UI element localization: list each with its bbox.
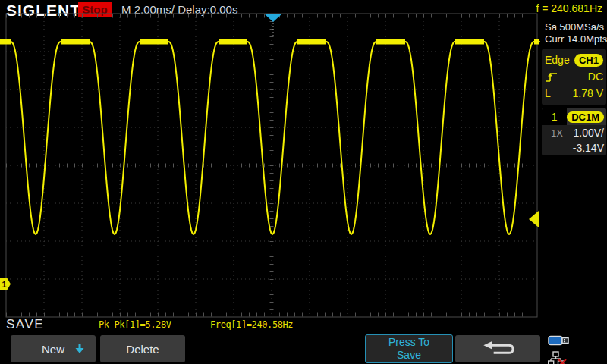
waveform-display: 1: [0, 0, 541, 338]
probe-attenuation-label: 1X: [551, 127, 563, 139]
lan-disconnected-icon: [548, 351, 572, 364]
menu-title: SAVE: [6, 317, 44, 332]
trigger-level-value: 1.78 V: [573, 87, 603, 99]
memory-depth-readout: Curr 14.0Mpts: [541, 33, 607, 46]
channel1-info-box[interactable]: 1 DC1M 1X 1.00V/ -3.14V: [542, 108, 606, 155]
graticule-grid: [6, 14, 537, 317]
pkpk-measurement: Pk-Pk[1]=5.28V: [99, 319, 171, 330]
new-button-label: New: [42, 343, 64, 356]
softkey-menu-bar: New Delete Press To Save: [0, 334, 607, 364]
frequency-counter: f = 240.681Hz: [536, 2, 602, 14]
trigger-level-label: L: [545, 87, 551, 99]
svg-text:1: 1: [2, 280, 7, 289]
channel1-trace: [0, 42, 539, 234]
trigger-coupling-label: DC: [588, 71, 603, 83]
channel1-ground-marker[interactable]: 1: [0, 278, 11, 290]
delete-button[interactable]: Delete: [100, 335, 185, 362]
volts-per-div-readout: 1.00V/: [574, 127, 604, 139]
back-button[interactable]: [455, 335, 540, 362]
save-button-line1: Press To: [388, 336, 429, 349]
trigger-mode-label: Edge: [545, 54, 570, 66]
sample-rate-readout: Sa 500MSa/s: [541, 21, 607, 33]
new-button[interactable]: New: [11, 335, 96, 362]
rising-edge-icon: [545, 71, 558, 83]
channel-number-chip: 1: [542, 108, 567, 125]
right-info-panel: Sa 500MSa/s Curr 14.0Mpts Edge CH1 DC L …: [541, 21, 607, 334]
dropdown-arrow-icon: [74, 344, 85, 354]
press-to-save-button[interactable]: Press To Save: [365, 334, 453, 363]
save-button-line2: Save: [397, 349, 421, 362]
freq-measurement: Freq[1]=240.58Hz: [210, 319, 293, 330]
channel-coupling-badge: DC1M: [567, 111, 604, 123]
trigger-level-marker[interactable]: [529, 211, 539, 228]
delete-button-label: Delete: [126, 343, 159, 356]
trigger-info-box: Edge CH1 DC L 1.78 V: [542, 49, 606, 105]
trigger-source-badge: CH1: [574, 54, 603, 67]
return-arrow-icon: [473, 336, 522, 362]
channel-offset-readout: -3.14V: [573, 142, 604, 154]
usb-drive-icon: [548, 334, 571, 347]
